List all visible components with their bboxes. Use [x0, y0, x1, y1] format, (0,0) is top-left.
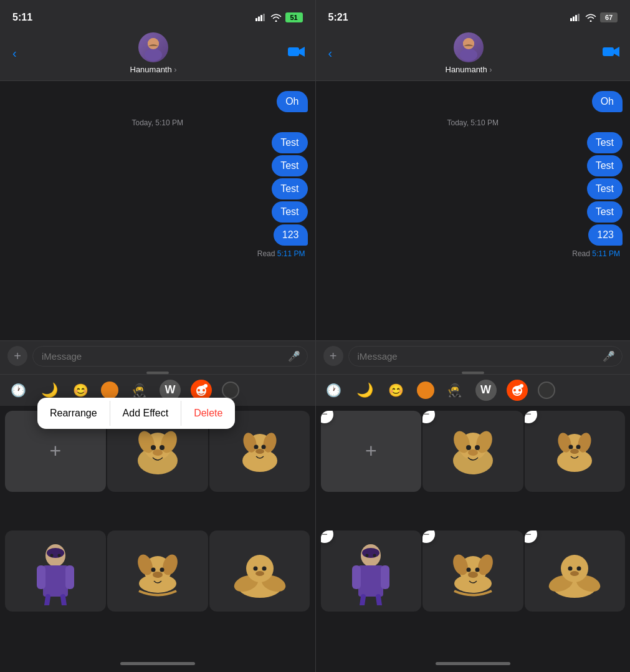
- right-remove-badge-char[interactable]: −: [321, 530, 333, 543]
- left-read-receipt: Read 5:11 PM: [7, 249, 308, 258]
- left-msg-test1: Test: [272, 132, 307, 153]
- left-back-button[interactable]: ‹: [10, 44, 19, 63]
- left-sticker-dog4[interactable]: [209, 530, 310, 612]
- left-dog2-icon: [229, 420, 291, 482]
- left-header-center[interactable]: Hanumanth: [130, 32, 177, 74]
- left-status-time: 5:11: [12, 12, 32, 23]
- right-avatar-person-icon: [455, 34, 482, 61]
- right-msg-group: Test Test Test Test 123: [323, 132, 623, 246]
- left-video-call-button[interactable]: [288, 46, 305, 62]
- svg-point-86: [466, 568, 470, 572]
- right-battery: 67: [600, 12, 618, 22]
- right-sticker-emoji-icon[interactable]: 😊: [386, 380, 407, 401]
- right-sticker-dark-circle[interactable]: [538, 382, 555, 399]
- right-dog2-icon: [543, 420, 606, 482]
- svg-rect-76: [358, 565, 383, 597]
- svg-point-66: [475, 445, 480, 450]
- right-msg-test2: Test: [587, 155, 623, 176]
- right-dog1-icon: [442, 420, 504, 482]
- right-remove-badge-dog1[interactable]: −: [422, 411, 435, 423]
- left-chat-header: ‹ Hanumanth: [0, 30, 315, 81]
- right-sticker-dog1[interactable]: −: [422, 411, 523, 492]
- left-message-input[interactable]: [32, 346, 308, 367]
- right-remove-badge-dog4[interactable]: −: [525, 530, 537, 543]
- svg-rect-49: [573, 17, 575, 22]
- right-timestamp: Today, 5:10 PM: [323, 118, 623, 127]
- right-sticker-dog3[interactable]: −: [422, 530, 523, 612]
- svg-point-32: [50, 554, 53, 557]
- svg-rect-2: [260, 15, 262, 21]
- right-dog4-icon: [543, 540, 606, 602]
- left-sticker-orange-dot[interactable]: [101, 382, 118, 399]
- svg-point-93: [568, 567, 573, 571]
- avatar-person-icon: [140, 34, 167, 61]
- left-messages-area: Oh Today, 5:10 PM Test Test Test Test 12…: [0, 81, 315, 340]
- svg-point-18: [160, 445, 165, 450]
- svg-point-39: [160, 568, 164, 572]
- left-sticker-dark-circle[interactable]: [222, 382, 239, 399]
- left-home-indicator: [0, 655, 315, 672]
- svg-point-25: [261, 444, 265, 449]
- right-contact-name: Hanumanth: [446, 65, 492, 74]
- left-sticker-char[interactable]: [5, 530, 106, 612]
- left-dog4-icon: [229, 540, 291, 602]
- right-avatar: [454, 32, 484, 62]
- right-remove-badge-dog3[interactable]: −: [422, 530, 435, 543]
- left-sticker-dog3[interactable]: [107, 530, 208, 612]
- right-sticker-dog2[interactable]: −: [525, 411, 626, 492]
- right-sticker-wiki-icon[interactable]: W: [475, 380, 497, 401]
- right-sticker-character-icon[interactable]: 🥷: [444, 380, 465, 401]
- left-home-bar: [120, 662, 195, 665]
- left-add-effect-button[interactable]: Add Effect: [110, 398, 181, 429]
- svg-point-26: [255, 449, 264, 454]
- left-sticker-recent-icon[interactable]: 🕐: [7, 380, 29, 401]
- left-add-button[interactable]: +: [7, 346, 27, 366]
- right-sticker-add-cell[interactable]: − +: [321, 411, 422, 492]
- right-sticker-char[interactable]: −: [321, 530, 422, 612]
- right-msg-123: 123: [588, 224, 623, 246]
- left-status-bar: 5:11 51: [0, 0, 315, 30]
- right-header-center[interactable]: Hanumanth: [446, 32, 492, 74]
- right-remove-badge-dog2[interactable]: −: [525, 411, 537, 423]
- right-sticker-reddit-icon[interactable]: [507, 380, 528, 401]
- left-delete-button[interactable]: Delete: [181, 398, 235, 429]
- right-remove-badge-add[interactable]: −: [321, 411, 333, 423]
- svg-rect-1: [258, 17, 260, 22]
- svg-point-45: [253, 567, 257, 571]
- right-video-call-button[interactable]: [603, 46, 620, 62]
- right-message-input[interactable]: [348, 346, 623, 367]
- left-msg-test4: Test: [272, 201, 307, 223]
- right-input-bar: + 🎤: [316, 340, 631, 372]
- right-back-button[interactable]: ‹: [326, 44, 335, 63]
- right-mic-icon: 🎤: [603, 350, 615, 362]
- left-mic-icon: 🎤: [288, 350, 300, 362]
- left-phone-panel: 5:11 51 ‹: [0, 0, 315, 672]
- left-msg-test3: Test: [272, 178, 307, 199]
- right-add-button[interactable]: +: [323, 346, 343, 366]
- svg-rect-28: [43, 565, 68, 597]
- svg-point-10: [198, 389, 200, 391]
- right-home-indicator: [316, 655, 631, 672]
- svg-rect-7: [288, 47, 299, 56]
- wifi-icon: [270, 14, 282, 22]
- svg-rect-0: [255, 18, 257, 21]
- svg-point-47: [255, 571, 264, 576]
- svg-rect-48: [570, 18, 572, 21]
- svg-point-11: [203, 389, 205, 391]
- svg-rect-3: [263, 14, 265, 21]
- right-status-icons: 67: [570, 12, 618, 22]
- svg-point-87: [475, 568, 479, 572]
- right-msg-test4: Test: [587, 201, 623, 223]
- right-sticker-recent-icon[interactable]: 🕐: [323, 380, 345, 401]
- left-dog3-icon: [126, 540, 189, 602]
- svg-point-92: [561, 555, 588, 582]
- svg-rect-77: [352, 565, 361, 589]
- svg-point-59: [518, 389, 521, 391]
- svg-point-94: [577, 567, 581, 571]
- right-sticker-dog4[interactable]: −: [525, 530, 626, 612]
- left-status-icons: 51: [255, 12, 303, 22]
- right-dog3-icon: [442, 540, 504, 602]
- left-rearrange-button[interactable]: Rearrange: [37, 398, 110, 429]
- right-sticker-orange-dot[interactable]: [417, 382, 434, 399]
- right-sticker-moon-icon[interactable]: 🌙: [355, 380, 376, 401]
